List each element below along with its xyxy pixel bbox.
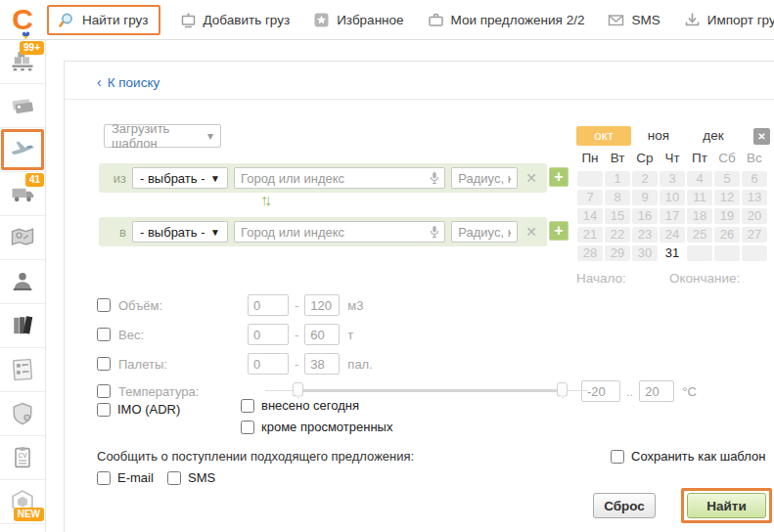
calendar-date[interactable]: 11 [687,190,712,205]
volume-label: Объём: [118,298,248,313]
sidebar-item-pallet-cargo[interactable]: 99+ [0,40,45,84]
calendar-date[interactable]: 5 [714,171,740,187]
calendar-date[interactable]: 12 [714,190,740,205]
calendar-date[interactable]: 20 [742,208,767,224]
except-viewed-option: кроме просмотренных [241,420,392,434]
added-today-label: внесено сегодня [261,398,359,413]
to-clear-icon[interactable]: ✕ [524,224,539,240]
sidebar-item-cv[interactable]: CV [0,436,45,480]
from-city-input[interactable] [234,167,445,189]
imo-adr-checkbox[interactable] [97,403,111,417]
weight-min-input[interactable] [248,324,289,345]
calendar-date[interactable]: 13 [742,190,767,205]
calendar-date[interactable]: 24 [660,227,685,243]
calendar-date[interactable]: 7 [577,190,603,205]
dropdown-arrow-icon: ▼ [210,227,220,238]
notify-email-checkbox[interactable] [97,471,111,485]
sidebar-item-person-desk[interactable] [0,260,45,304]
sidebar-item-books[interactable] [0,304,45,348]
calendar-date[interactable]: 23 [632,227,658,243]
from-clear-icon[interactable]: ✕ [524,170,539,186]
volume-max-input[interactable] [304,294,340,316]
month-tab-nov[interactable]: ноя [631,126,686,146]
calendar-date[interactable]: 29 [605,245,630,261]
to-region-select[interactable]: - выбрать - ▼ [132,221,228,243]
tab-find-cargo[interactable]: Найти груз [47,5,160,35]
sidebar-item-shield[interactable] [0,392,45,436]
back-to-search-link[interactable]: ‹К поиску [97,74,159,90]
calendar-date[interactable]: 3 [660,171,685,187]
from-region-select[interactable]: - выбрать - ▼ [132,167,228,189]
calendar-date[interactable]: 30 [632,245,658,261]
calendar-date[interactable]: 22 [605,227,630,243]
weight-checkbox[interactable] [97,328,111,341]
calendar-date[interactable]: 16 [632,208,658,224]
temperature-checkbox[interactable] [97,384,111,398]
map-icon [9,224,36,251]
tab-sms[interactable]: SMS [608,12,660,28]
from-add-button[interactable]: + [549,167,569,187]
reset-button[interactable]: Сброс [593,493,656,518]
sidebar-item-airplane[interactable] [0,128,45,172]
slider-handle-min[interactable] [293,382,303,396]
sidebar-item-tickets[interactable] [0,84,45,128]
load-template-select[interactable]: Загрузить шаблон ▾ [104,124,221,148]
calendar-date[interactable]: 28 [577,245,603,261]
month-tab-oct[interactable]: окт [576,126,631,146]
microphone-icon[interactable] [428,225,441,239]
calendar-date[interactable]: 9 [632,190,658,205]
sidebar-item-checklist[interactable] [0,348,45,392]
sidebar-item-map[interactable] [0,216,45,260]
tab-add-cargo[interactable]: Добавить груз [180,12,291,28]
calendar-date[interactable]: 10 [660,190,685,205]
calendar-date[interactable]: 1 [605,171,630,187]
pallets-max-input[interactable] [304,353,340,375]
tab-my-offers[interactable]: Мои предложения 2/2 [428,12,585,28]
volume-min-input[interactable] [248,294,289,316]
calendar-date[interactable]: 19 [714,208,740,224]
volume-checkbox[interactable] [97,298,111,312]
calendar-empty-cell [714,245,740,261]
calendar-date[interactable]: 18 [687,208,712,224]
checklist-icon [9,356,36,383]
tab-import-cargo[interactable]: Импорт грузов [684,12,774,28]
slider-handle-max[interactable] [557,382,568,396]
except-viewed-checkbox[interactable] [241,421,254,434]
calendar-date[interactable]: 2 [632,171,658,187]
calendar-date[interactable]: 17 [660,208,685,224]
month-tab-dec[interactable]: дек [686,126,741,146]
sidebar-item-package[interactable]: NEW [0,480,45,524]
calendar-date[interactable]: 8 [605,190,630,205]
to-radius-input[interactable] [451,221,518,243]
from-radius-input[interactable] [451,167,518,189]
range-dash: - [295,298,298,313]
app-logo[interactable]: C ♥ [0,1,45,38]
calendar-date[interactable]: 15 [605,208,630,224]
microphone-icon[interactable] [428,171,441,185]
calendar-date[interactable]: 21 [577,227,603,243]
temperature-unit: °C [682,384,697,399]
range-start-label: Начало: [576,271,626,286]
temperature-max-input[interactable] [639,380,674,402]
weight-max-input[interactable] [304,324,340,345]
to-add-button[interactable]: + [549,221,569,241]
notify-sms-checkbox[interactable] [167,471,181,485]
calendar-date[interactable]: 6 [742,171,767,187]
calendar-close-icon[interactable]: ✕ [753,128,770,145]
tab-favorites[interactable]: Избранное [313,12,403,28]
airplane-icon [9,136,36,163]
save-template-checkbox[interactable] [611,450,624,464]
calendar-date[interactable]: 4 [687,171,712,187]
pallets-min-input[interactable] [248,353,289,375]
calendar-date[interactable]: 25 [687,227,712,243]
sidebar-item-truck[interactable]: 41 [0,172,45,216]
calendar-date[interactable]: 27 [742,227,767,243]
calendar-date[interactable]: 31 [660,245,685,261]
to-city-input[interactable] [234,221,445,243]
calendar-date[interactable]: 14 [577,208,603,224]
pallets-checkbox[interactable] [97,357,111,371]
swap-directions-button[interactable]: ↑↓ [260,192,268,209]
calendar-date[interactable]: 26 [714,227,740,243]
added-today-checkbox[interactable] [241,399,254,413]
find-button[interactable]: Найти [687,493,766,518]
